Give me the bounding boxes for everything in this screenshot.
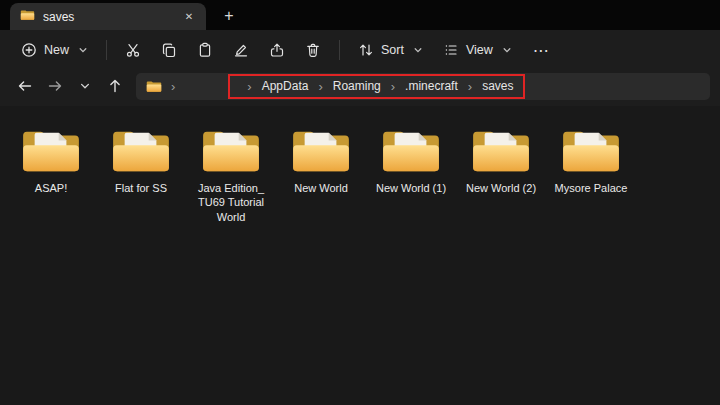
rename-button[interactable]	[224, 35, 258, 65]
sort-button-label: Sort	[381, 43, 404, 57]
navigation-bar: › › AppData › Roaming › .minecraft › sav…	[0, 70, 720, 106]
title-bar: saves ✕ +	[0, 0, 720, 30]
rename-icon	[233, 42, 249, 58]
delete-button[interactable]	[296, 35, 330, 65]
breadcrumb-item-roaming[interactable]: Roaming	[332, 77, 382, 95]
folder-item-new-world-2[interactable]: New World (2)	[456, 126, 546, 195]
back-button[interactable]	[10, 72, 40, 100]
more-options-button[interactable]: ⋯	[523, 37, 560, 64]
breadcrumb-item-appdata[interactable]: AppData	[261, 77, 310, 95]
folder-name: Mysore Palace	[555, 181, 628, 195]
scissors-icon	[125, 42, 141, 58]
folder-name: Java Edition_ TU69 Tutorial World	[189, 181, 273, 224]
folder-icon	[470, 126, 532, 176]
breadcrumb-item-minecraft[interactable]: .minecraft	[404, 77, 459, 95]
folder-name: ASAP!	[35, 181, 67, 195]
new-button[interactable]: New	[12, 35, 97, 65]
breadcrumb-separator: ›	[171, 79, 175, 94]
cut-button[interactable]	[116, 35, 150, 65]
address-bar[interactable]: › › AppData › Roaming › .minecraft › sav…	[136, 73, 710, 100]
chevron-down-icon	[502, 45, 512, 55]
tab-close-icon[interactable]: ✕	[180, 8, 198, 26]
plus-circle-icon	[21, 42, 37, 58]
folder-icon	[290, 126, 352, 176]
copy-icon	[161, 42, 177, 58]
sort-button[interactable]: Sort	[349, 35, 432, 65]
folder-item-mysore-palace[interactable]: Mysore Palace	[546, 126, 636, 195]
view-button[interactable]: View	[434, 35, 521, 65]
chevron-down-icon	[413, 45, 423, 55]
view-icon	[443, 42, 459, 58]
breadcrumb-separator: ›	[468, 79, 472, 94]
breadcrumb-item-saves[interactable]: saves	[481, 77, 514, 95]
new-button-label: New	[44, 43, 69, 57]
tab-title: saves	[43, 10, 172, 24]
folder-icon	[560, 126, 622, 176]
folder-item-java-edition-tu69[interactable]: Java Edition_ TU69 Tutorial World	[186, 126, 276, 224]
new-tab-button[interactable]: +	[216, 4, 242, 28]
file-list: ASAP! Flat for SS Java Edition_ TU69 Tut…	[0, 106, 720, 238]
share-icon	[269, 42, 285, 58]
tab-saves[interactable]: saves ✕	[10, 3, 206, 30]
recent-locations-button[interactable]	[70, 72, 100, 100]
folder-item-new-world[interactable]: New World	[276, 126, 366, 195]
toolbar-separator	[339, 40, 340, 60]
folder-name: Flat for SS	[115, 181, 167, 195]
folder-icon	[20, 9, 35, 24]
forward-button[interactable]	[40, 72, 70, 100]
folder-name: New World	[294, 181, 348, 195]
breadcrumb-separator: ›	[247, 79, 251, 94]
folder-icon	[110, 126, 172, 176]
folder-icon	[146, 80, 162, 93]
chevron-down-icon	[78, 45, 88, 55]
toolbar-separator	[106, 40, 107, 60]
paste-icon	[197, 42, 213, 58]
breadcrumb-separator: ›	[391, 79, 395, 94]
trash-icon	[305, 42, 321, 58]
view-button-label: View	[466, 43, 493, 57]
folder-name: New World (1)	[376, 181, 446, 195]
up-button[interactable]	[100, 72, 130, 100]
sort-icon	[358, 42, 374, 58]
breadcrumb-separator: ›	[318, 79, 322, 94]
folder-name: New World (2)	[466, 181, 536, 195]
folder-icon	[200, 126, 262, 176]
share-button[interactable]	[260, 35, 294, 65]
paste-button[interactable]	[188, 35, 222, 65]
folder-icon	[380, 126, 442, 176]
folder-icon	[20, 126, 82, 176]
annotation-box: › AppData › Roaming › .minecraft › saves	[228, 74, 524, 99]
command-toolbar: New	[0, 30, 720, 70]
copy-button[interactable]	[152, 35, 186, 65]
folder-item-new-world-1[interactable]: New World (1)	[366, 126, 456, 195]
folder-item-flat-for-ss[interactable]: Flat for SS	[96, 126, 186, 195]
folder-item-asap[interactable]: ASAP!	[6, 126, 96, 195]
